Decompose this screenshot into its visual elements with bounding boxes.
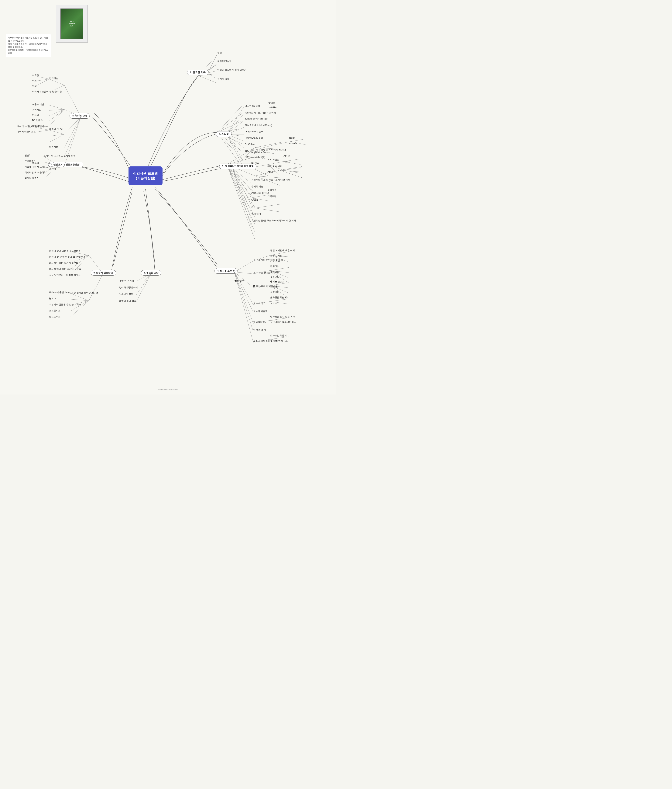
svg-line-69 bbox=[232, 168, 252, 212]
b4-company-news: 회사 소식 bbox=[253, 302, 263, 305]
svg-line-93 bbox=[234, 272, 253, 312]
svg-line-136 bbox=[64, 117, 81, 134]
svg-line-4 bbox=[217, 106, 242, 133]
b8-ai: 인공지능 bbox=[49, 145, 58, 149]
svg-line-50 bbox=[291, 139, 306, 141]
svg-line-27 bbox=[255, 204, 280, 208]
b4-creditjob: 크레딧잡 bbox=[270, 270, 279, 273]
b3-datatype: 기본적인 자료형/자료구조에 대한 이해 bbox=[252, 178, 290, 181]
svg-line-113 bbox=[89, 274, 103, 301]
b4-startup-weekly2: 스타트업 위클리 bbox=[270, 334, 287, 337]
b8-frontend: 프론트 개발 bbox=[32, 103, 44, 106]
svg-line-133 bbox=[49, 109, 64, 116]
b3-cookie: 쿠키와 세션 bbox=[252, 185, 263, 188]
note-text: 대부분은 책(개발자 기술면접 노트)에 있는 내용을 정리하였습니다. 아직 … bbox=[8, 37, 48, 54]
b7-culture: 체계적인 회사 문화? bbox=[25, 171, 45, 174]
b2-git: Git/Github bbox=[245, 143, 255, 145]
b1-child1: 열정 bbox=[217, 51, 222, 54]
svg-line-26 bbox=[227, 165, 255, 208]
b4-domain-rel: 관련 도메인에 대한 이해 bbox=[270, 249, 295, 252]
book-image: 개발자 기술면접 노트 bbox=[56, 5, 88, 43]
b3-oop: OOP에 대한 개념 bbox=[252, 192, 269, 195]
branch6-label: 6. 면접에 필요한 것 bbox=[91, 270, 116, 276]
b8-mentoring: 멘토링 bbox=[32, 161, 39, 165]
b4-no-manpower: 맨파워를 알수 없는 회사 bbox=[270, 315, 295, 318]
svg-line-134 bbox=[49, 109, 64, 121]
b4-jobplanet: 잡플래닛 bbox=[270, 265, 279, 268]
b6-github: Github 에 올린 소스 bbox=[49, 291, 69, 294]
svg-line-5 bbox=[217, 113, 242, 133]
b8-resume-items: 이력서에 도움이 될 만한 것들 bbox=[32, 90, 62, 93]
b1-child2: 꾸준함/성실함 bbox=[217, 60, 231, 63]
b3-arch: 기본적인 웹/앱 구조와 아키텍처에 대한 이해 bbox=[252, 219, 296, 222]
b2-alg: 알리즘 bbox=[268, 101, 275, 105]
b2-html: html/css 에 대한 기본적인 이해 bbox=[245, 111, 276, 114]
svg-line-32 bbox=[227, 165, 255, 240]
b5-seminar: 개발 세미나 참석 bbox=[119, 300, 136, 303]
b3-api: API bbox=[252, 205, 255, 208]
svg-line-115 bbox=[70, 299, 89, 301]
svg-line-29 bbox=[227, 165, 255, 217]
branch8-label: 8. 커리어 관리 bbox=[70, 113, 90, 118]
svg-line-3 bbox=[198, 76, 217, 83]
svg-line-141 bbox=[49, 134, 64, 142]
svg-line-60 bbox=[283, 170, 301, 173]
b2-db: DB(Oracle&MySQL) bbox=[245, 156, 265, 158]
b6-q2: 회사에 해야 하는 몇가지 질문들 bbox=[49, 267, 81, 271]
b8-lang: 영어 bbox=[32, 85, 37, 88]
svg-line-6 bbox=[217, 121, 242, 133]
svg-line-89 bbox=[234, 272, 253, 305]
b2-fw: Framework의 이해 bbox=[245, 137, 263, 140]
b5-community: 커뮤니티 활동 bbox=[119, 293, 133, 296]
b7-salary: 연봉? bbox=[25, 154, 30, 157]
svg-line-31 bbox=[227, 165, 255, 233]
b1-child3: 맨땅에 헤딩하기/깊게 파보기 bbox=[217, 69, 247, 72]
svg-line-46 bbox=[227, 134, 244, 168]
svg-line-19 bbox=[255, 176, 280, 178]
b8-cert: 자격증 bbox=[32, 73, 39, 77]
b1-child4: 정리와 공유 bbox=[217, 77, 229, 80]
svg-line-106 bbox=[136, 274, 151, 302]
svg-line-132 bbox=[49, 109, 64, 110]
svg-line-59 bbox=[283, 168, 301, 170]
b2-js: Javascript 에 대한 이해 bbox=[245, 117, 268, 120]
b4-rocketpunch: 로켓펀치 bbox=[270, 291, 279, 294]
b6-team: 팀프로젝트 bbox=[49, 315, 61, 318]
svg-line-135 bbox=[49, 109, 64, 126]
b4-techstack: 기술 스택 bbox=[270, 259, 280, 263]
b4-bad-company: 피해야할 회사 bbox=[253, 321, 268, 324]
b3-sqlprinciple: SQL 작동 원리 bbox=[268, 165, 282, 168]
footer: Presented with xmind bbox=[0, 388, 336, 391]
b4-unclear-jd: 구인공고가 불분명한 회사 bbox=[270, 320, 296, 324]
svg-line-70 bbox=[232, 168, 252, 219]
svg-line-55 bbox=[268, 161, 283, 165]
b7-size: 회사의 규모? bbox=[25, 177, 38, 180]
b3-crud: CRUD bbox=[283, 155, 290, 158]
b4-startup-weekly: 스타트업 위클리 bbox=[270, 296, 287, 299]
branch7-label: 7. 본인에게 제일중요한것은? bbox=[48, 162, 83, 168]
svg-line-25 bbox=[227, 165, 255, 200]
b3-join: Join bbox=[283, 160, 288, 163]
svg-line-33 bbox=[208, 54, 217, 73]
svg-line-143 bbox=[64, 117, 81, 157]
b3-orm: ORM bbox=[268, 171, 273, 174]
b4-remember: 리멤버 bbox=[270, 285, 277, 288]
b2-cs: 공고한 CS 이해 bbox=[245, 104, 260, 108]
branch3-label: 3. 웹 어플리케이션에 대한 개발 bbox=[219, 164, 256, 169]
svg-line-144 bbox=[64, 117, 81, 166]
svg-line-64 bbox=[232, 168, 252, 191]
b4-position: 채용 포지션 bbox=[270, 254, 282, 257]
b4-company-info-group: 회사정보 bbox=[234, 280, 244, 283]
book-title-line1: 개발자 기술면접 노트 bbox=[69, 21, 75, 27]
b3-nginx: Nginx bbox=[289, 137, 295, 139]
b6-know2: 본인이 할 수 있는 것과 할 수 없는것 bbox=[49, 255, 85, 259]
b6-portfolio-label: 나의 개발 실력을 보여줄만한 것 bbox=[66, 291, 98, 294]
b2-ds: 자료구조 bbox=[268, 106, 277, 109]
svg-line-142 bbox=[64, 117, 81, 147]
b3-refactor: 리팩토링 bbox=[268, 195, 277, 198]
center-node: 신입사원 로드맵 (기본역량편) bbox=[129, 166, 162, 185]
b4-app-rank: 앱 랭킹 확인 bbox=[253, 329, 266, 332]
svg-line-20 bbox=[280, 166, 303, 170]
svg-line-28 bbox=[255, 208, 280, 212]
svg-line-104 bbox=[136, 274, 151, 288]
